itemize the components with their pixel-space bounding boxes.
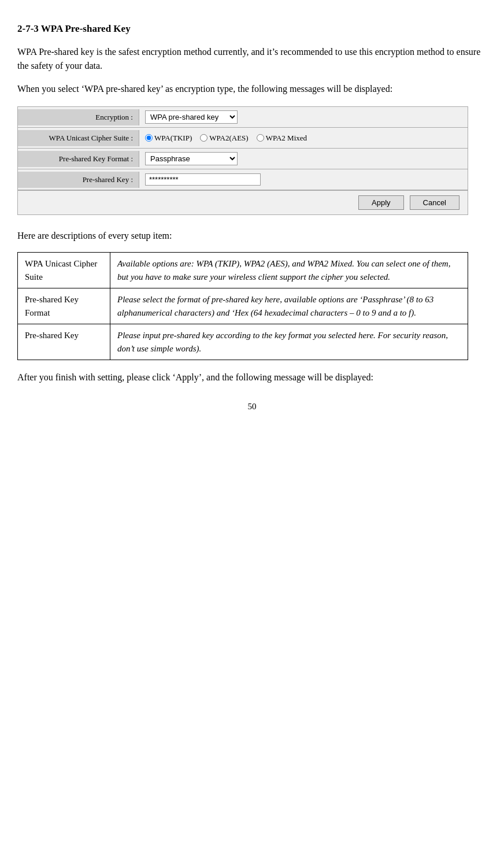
section-heading: 2-7-3 WPA Pre-shared Key xyxy=(17,23,487,35)
ui-mockup: Encryption : WPA pre-shared key WPA Unic… xyxy=(17,106,468,215)
preshared-key-input[interactable] xyxy=(145,173,261,186)
outro-paragraph: After you finish with setting, please cl… xyxy=(17,371,487,384)
descriptions-table: WPA Unicast Cipher SuiteAvailable option… xyxy=(17,252,468,360)
encryption-select[interactable]: WPA pre-shared key xyxy=(145,110,238,124)
wpa-tkip-label: WPA(TKIP) xyxy=(154,134,192,143)
preshared-format-row: Pre-shared Key Format : Passphrase xyxy=(18,149,468,169)
wpa2-mixed-option[interactable]: WPA2 Mixed xyxy=(257,134,307,143)
encryption-row: Encryption : WPA pre-shared key xyxy=(18,107,468,128)
wpa2-mixed-label: WPA2 Mixed xyxy=(266,134,307,143)
wpa2-aes-radio[interactable] xyxy=(200,134,207,142)
wpa-unicast-options: WPA(TKIP) WPA2(AES) WPA2 Mixed xyxy=(139,131,468,146)
term-cell: Pre-shared Key Format xyxy=(18,288,110,324)
page-number: 50 xyxy=(17,402,487,412)
wpa-tkip-option[interactable]: WPA(TKIP) xyxy=(145,134,192,143)
encryption-value: WPA pre-shared key xyxy=(139,108,468,127)
term-cell: WPA Unicast Cipher Suite xyxy=(18,253,110,288)
apply-button[interactable]: Apply xyxy=(358,195,404,210)
preshared-key-label: Pre-shared Key : xyxy=(18,172,139,188)
preshared-key-row: Pre-shared Key : xyxy=(18,169,468,190)
table-row: WPA Unicast Cipher SuiteAvailable option… xyxy=(18,253,468,288)
wpa-tkip-radio[interactable] xyxy=(145,134,153,142)
term-cell: Pre-shared Key xyxy=(18,324,110,360)
preshared-format-label: Pre-shared Key Format : xyxy=(18,151,139,167)
table-row: Pre-shared Key FormatPlease select the f… xyxy=(18,288,468,324)
intro-paragraph-1: WPA Pre-shared key is the safest encrypt… xyxy=(17,45,487,73)
button-row: Apply Cancel xyxy=(18,190,468,214)
intro-paragraph-2: When you select ‘WPA pre-shared key’ as … xyxy=(17,82,487,96)
preshared-format-value: Passphrase xyxy=(139,149,468,168)
desc-cell: Available options are: WPA (TKIP), WPA2 … xyxy=(110,253,468,288)
desc-cell: Please input pre-shared key according to… xyxy=(110,324,468,360)
preshared-key-value xyxy=(139,171,468,188)
wpa-radio-group: WPA(TKIP) WPA2(AES) WPA2 Mixed xyxy=(145,134,307,143)
wpa2-mixed-radio[interactable] xyxy=(257,134,264,142)
wpa-unicast-row: WPA Unicast Cipher Suite : WPA(TKIP) WPA… xyxy=(18,128,468,149)
wpa2-aes-option[interactable]: WPA2(AES) xyxy=(200,134,248,143)
preshared-format-select[interactable]: Passphrase xyxy=(145,152,238,165)
cancel-button[interactable]: Cancel xyxy=(410,195,459,210)
wpa-unicast-label: WPA Unicast Cipher Suite : xyxy=(18,130,139,146)
encryption-label: Encryption : xyxy=(18,109,139,125)
desc-cell: Please select the format of pre-shared k… xyxy=(110,288,468,324)
table-row: Pre-shared KeyPlease input pre-shared ke… xyxy=(18,324,468,360)
desc-heading: Here are descriptions of every setup ite… xyxy=(17,229,487,243)
wpa2-aes-label: WPA2(AES) xyxy=(209,134,248,143)
